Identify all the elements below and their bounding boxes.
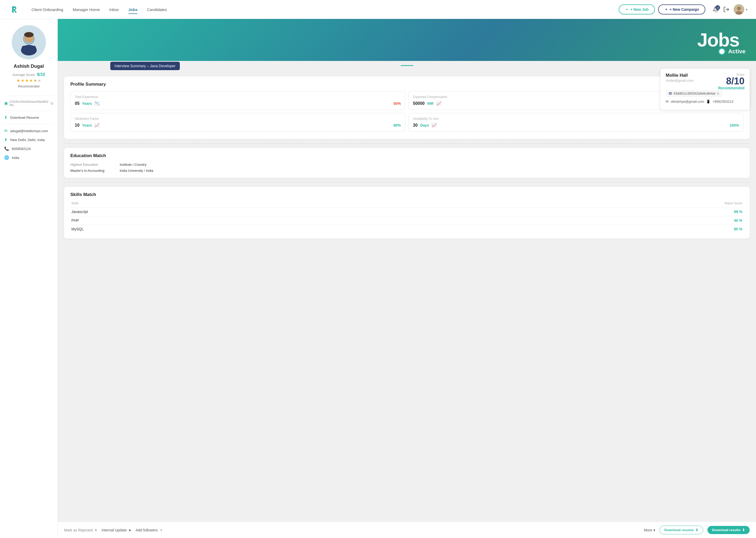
add-followers-button[interactable]: Add followers ＋ [136,528,163,532]
total-experience-value-row: 05 Years 📉 50% [75,101,401,106]
card-contact-email: oliviarhye@gmail.com [671,100,704,103]
plus-icon: ＋ [625,7,629,12]
send-icon: ➤ [128,528,131,532]
new-job-button[interactable]: ＋ + New Job [619,4,655,15]
skill-pct-javascript: 99 % [734,210,742,214]
profile-summary-title: Profile Summary [71,82,743,87]
info-card-name-section: Mollie Hall mollie@gmail.com [666,73,693,86]
nav-jobs[interactable]: Jobs [128,6,138,13]
stickiness-unit: Years [82,123,92,128]
skill-name-mysql: MySQL [71,227,84,231]
match-score-col-header: Match Score [725,201,742,205]
candidate-id: (CI635c344e582dae09bbd802da) [10,100,49,106]
add-followers-label: Add followers [136,528,158,532]
expected-comp-number: 50000 [413,101,425,106]
new-campaign-button[interactable]: ＋ + New Campaign [658,4,705,15]
education-degree: Master's in Accounting [71,169,118,173]
institute-label: Institute / Country [120,163,743,167]
nav-client-onboarding[interactable]: Client Onboarding [31,6,63,13]
skill-pct-php: 40 % [734,218,742,223]
skill-row-php: PHP 40 % [71,216,743,225]
svg-point-9 [24,32,34,37]
divider-2 [4,111,53,111]
candidate-country: India [12,156,19,160]
skill-row-mysql: MySQL 90 % [71,225,743,233]
reject-label: Mark as Rejected [64,528,93,532]
candidate-id-row: ▣ (CI635c344e582dae09bbd802da) ⧉ [4,98,53,108]
education-match-card: Education Match Highest Education Instit… [64,148,750,178]
download-icon: ⬇ [4,115,8,120]
divider-3 [4,124,53,124]
plus-icon-followers: ＋ [159,528,163,532]
availability-pct: 100% [730,123,739,128]
card-id-value: 63dd611c300342a5e8cdb4ad [674,92,715,95]
user-avatar-button[interactable]: ▾ [734,4,748,15]
candidate-sidebar: Ashish Dugal Average Score 8/10 ★ ★ ★ ★ … [0,19,58,538]
total-experience-box: Total Experience 05 Years 📉 50% [71,91,405,110]
notification-count: 10 [715,5,720,10]
score-label: Average Score [12,73,35,77]
stickiness-label: Stickiness Factor [75,117,401,121]
nav-inbox[interactable]: Inbox [109,6,119,13]
svg-rect-11 [22,46,36,50]
score-row: Average Score 8/10 [12,72,45,77]
new-campaign-label: + New Campaign [670,7,699,12]
download-results-icon: ⬇ [742,528,745,532]
skills-col-header: Skills [71,201,79,205]
education-institute: India University / India [120,169,743,173]
card-candidate-email: mollie@gmail.com [666,79,693,82]
active-circle-icon [718,48,726,55]
total-experience-unit: Years [82,101,92,106]
internal-update-button[interactable]: Internal Update ➤ [102,528,131,532]
download-resume-btn-label: Download resume [664,528,694,532]
stickiness-value-row: 10 Years 📈 80% [75,123,401,128]
availability-box: Availability To Join 30 Days 📈 100% [408,113,743,132]
expected-comp-unit: INR [427,101,434,106]
skills-match-card: Skills Match Skills Match Score Javascri… [64,187,750,239]
bottom-toolbar: Mark as Rejected ✕ Internal Update ➤ Add… [58,522,756,538]
skills-match-title: Skills Match [71,192,743,197]
globe-icon: 🌐 [4,155,9,160]
availability-unit: Days [420,123,429,128]
stars-rating: ★ ★ ★ ★ ★ ★ [17,78,41,83]
copy-id-icon[interactable]: ⧉ [717,92,719,95]
trend-up-icon-3: 📈 [432,123,437,128]
nav-manager-home[interactable]: Manager Home [73,6,100,13]
download-resume-button[interactable]: Download resume ⬇ [659,526,703,534]
active-status: Active [718,48,745,55]
location-row: ⬆ New Delhi, Delhi, India [4,135,53,144]
trend-down-icon: 📉 [95,101,100,106]
star-2: ★ [21,78,24,83]
card-contact-email-row: ✉ oliviarhye@gmail.com 📱 +9562353212 [666,100,744,103]
close-icon: ✕ [94,528,97,532]
hero-title: Jobs [697,29,739,51]
stickiness-pct: 80% [394,123,401,128]
location-icon: ⬆ [4,137,8,142]
main-content: Jobs Active Interview Summary – Java Dev… [58,19,756,538]
chevron-down-icon-more: ▾ [653,528,655,532]
download-results-button[interactable]: Download results ⬇ [707,526,750,534]
id-tag: ID [669,92,672,95]
logout-button[interactable] [723,6,730,13]
card-score-value: 8/10 [718,77,744,86]
phone-icon: 📞 [4,146,9,151]
availability-number: 30 [413,123,418,128]
download-resume-row[interactable]: ⬇ Download Resume [4,113,53,122]
app-logo[interactable] [8,3,21,16]
total-experience-number: 05 [75,101,79,106]
navbar-icon-group: 10 ▾ [713,4,748,15]
chevron-down-icon: ▾ [746,8,748,12]
nav-candidates[interactable]: Candidates [147,6,167,13]
mark-rejected-button[interactable]: Mark as Rejected ✕ [64,528,97,532]
total-experience-label: Total Experience [75,95,401,99]
info-card-header: Mollie Hall mollie@gmail.com Score 8/10 … [666,73,744,90]
active-label: Active [728,48,745,55]
trend-up-icon-1: 📈 [436,101,442,106]
copy-id-button[interactable]: ⧉ [51,101,53,106]
more-button[interactable]: More ▾ [644,528,655,532]
dashed-divider-1 [64,143,750,144]
id-icon: ▣ [4,101,8,106]
trend-up-icon-2: 📈 [95,123,100,128]
notifications-button[interactable]: 10 [713,6,719,13]
avatar [734,4,744,15]
